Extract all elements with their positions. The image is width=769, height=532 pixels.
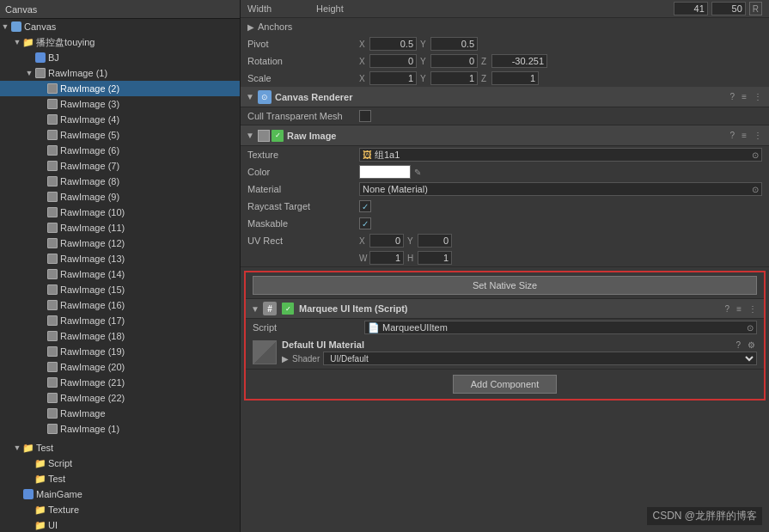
marquee-check[interactable]: ✓ [282, 303, 294, 315]
texture-row: Texture 🖼 组1a1 ⊙ [241, 146, 769, 163]
tree-item-label: RawImage (2) [60, 83, 119, 94]
marquee-settings[interactable]: ≡ [735, 304, 743, 314]
uvrect-x-input[interactable] [369, 234, 404, 248]
tree-item[interactable]: RawImage (10) [0, 205, 240, 220]
canvas-renderer-header[interactable]: ▼ ⊙ Canvas Renderer ? ≡ ⋮ [241, 87, 769, 107]
tree-expand-arrow[interactable]: ▼ [0, 22, 10, 31]
tree-item[interactable]: ▼Canvas [0, 19, 240, 34]
tree-item[interactable]: RawImage [0, 406, 240, 421]
tree-expand-arrow[interactable]: ▼ [12, 443, 22, 452]
tree-item[interactable]: RawImage (7) [0, 158, 240, 174]
tree-expand-arrow[interactable]: ▼ [24, 69, 34, 77]
tree-item[interactable]: ▼📁播控盘touying [0, 34, 240, 50]
tree-item[interactable]: BJ [0, 50, 240, 65]
pivot-y-input[interactable] [430, 37, 478, 51]
tree-item-label: RawImage (16) [60, 300, 125, 310]
tree-item-label: RawImage (8) [60, 176, 119, 187]
hierarchy-panel[interactable]: Canvas ▼Canvas▼📁播控盘touyingBJ▼RawImage (1… [0, 0, 241, 532]
tree-item[interactable]: RawImage (6) [0, 143, 240, 158]
rotation-x-input[interactable] [369, 54, 417, 68]
raw-image-settings[interactable]: ≡ [740, 131, 748, 140]
tree-expand-arrow[interactable]: ▼ [12, 38, 22, 46]
tree-item[interactable]: RawImage (17) [0, 313, 240, 328]
shader-dropdown[interactable]: UI/Default [323, 352, 757, 365]
maskable-checkbox[interactable] [359, 217, 371, 229]
scale-x-field: X [359, 71, 417, 85]
tree-item[interactable]: RawImage (20) [0, 359, 240, 375]
tree-item-label: Script [48, 458, 72, 468]
set-native-size-button[interactable]: Set Native Size [253, 276, 757, 295]
rotation-z-input[interactable] [491, 54, 547, 68]
tree-item-label: BJ [48, 52, 59, 63]
uvrect-h-input[interactable] [418, 251, 452, 265]
tree-item[interactable]: RawImage (19) [0, 344, 240, 359]
canvas-renderer-help[interactable]: ? [729, 92, 737, 101]
pivot-x-input[interactable] [369, 37, 417, 51]
material-gear[interactable]: ⚙ [746, 340, 757, 350]
color-swatch[interactable] [359, 165, 411, 179]
watermark: CSDN @龙胖胖的博客 [647, 507, 762, 525]
tree-item[interactable]: RawImage (1) [0, 421, 240, 437]
raw-image-enabled-check[interactable]: ✓ [272, 130, 284, 142]
scale-z-input[interactable] [491, 71, 539, 85]
canvas-renderer-settings[interactable]: ≡ [740, 92, 748, 101]
tree-item[interactable]: RawImage (4) [0, 112, 240, 127]
tree-item[interactable]: RawImage (5) [0, 127, 240, 143]
tree-item[interactable]: RawImage (14) [0, 266, 240, 282]
raycast-checkbox[interactable] [359, 200, 371, 212]
tree-item[interactable]: RawImage (15) [0, 282, 240, 297]
script-field[interactable]: 📄 MarqueeUIItem ⊙ [364, 321, 757, 334]
tree-item-label: RawImage (9) [60, 192, 119, 202]
marquee-menu[interactable]: ⋮ [747, 304, 759, 314]
tree-item[interactable]: RawImage (8) [0, 174, 240, 189]
scale-z-label: Z [481, 74, 490, 83]
shader-expand[interactable]: ▶ [282, 354, 289, 364]
tree-item[interactable]: RawImage (9) [0, 189, 240, 205]
width-input[interactable] [674, 2, 708, 15]
raw-image-help[interactable]: ? [729, 131, 737, 140]
tree-item[interactable]: RawImage (11) [0, 220, 240, 235]
tree-item[interactable]: RawImage (18) [0, 328, 240, 344]
tree-item[interactable]: MainGame [0, 486, 240, 502]
raw-image-header[interactable]: ▼ ✓ Raw Image ? ≡ ⋮ [241, 125, 769, 146]
tree-item[interactable]: ▼📁Test [0, 440, 240, 456]
material-help[interactable]: ? [734, 340, 742, 350]
scale-label: Scale [247, 73, 359, 83]
scale-x-input[interactable] [369, 71, 417, 85]
add-component-button[interactable]: Add Component [453, 375, 558, 394]
uvrect-y-input[interactable] [418, 234, 452, 248]
cull-checkbox[interactable] [359, 110, 371, 122]
tree-item[interactable]: RawImage (21) [0, 375, 240, 390]
tree-item[interactable]: RawImage (12) [0, 235, 240, 251]
rotation-y-input[interactable] [430, 54, 478, 68]
tree-item[interactable]: 📁UI [0, 517, 240, 532]
script-select-btn[interactable]: ⊙ [747, 323, 754, 333]
material-thumbnail[interactable] [253, 340, 277, 364]
tree-item[interactable]: 📁Texture [0, 502, 240, 517]
material-select-btn[interactable]: ⊙ [752, 185, 759, 194]
anchors-row[interactable]: ▶ Anchors [241, 18, 769, 35]
uvrect-w-input[interactable] [369, 251, 404, 265]
tree-item[interactable]: RawImage (16) [0, 297, 240, 313]
canvas-renderer-menu[interactable]: ⋮ [752, 92, 764, 101]
tree-item[interactable]: RawImage (3) [0, 96, 240, 112]
constrain-btn[interactable]: R [749, 2, 762, 15]
raycast-row: Raycast Target [241, 198, 769, 215]
scale-y-input[interactable] [430, 71, 478, 85]
marquee-header[interactable]: ▼ # ✓ Marquee UI Item (Script) ? ≡ ⋮ [246, 298, 764, 319]
tree-item-label: UI [48, 520, 58, 530]
tree-item[interactable]: ▼RawImage (1) [0, 65, 240, 81]
texture-field[interactable]: 🖼 组1a1 ⊙ [359, 148, 762, 162]
texture-select-btn[interactable]: ⊙ [752, 150, 759, 160]
tree-item[interactable]: RawImage (2) [0, 81, 240, 96]
raw-image-menu[interactable]: ⋮ [752, 131, 764, 140]
tree-item[interactable]: RawImage (22) [0, 390, 240, 406]
maskable-label: Maskable [247, 218, 359, 229]
tree-item[interactable]: 📁Test [0, 471, 240, 486]
tree-item[interactable]: RawImage (13) [0, 251, 240, 266]
color-picker-btn[interactable]: ✎ [414, 168, 421, 177]
material-field[interactable]: None (Material) ⊙ [359, 182, 762, 196]
marquee-help[interactable]: ? [723, 304, 732, 314]
height-input[interactable] [711, 2, 746, 15]
tree-item[interactable]: 📁Script [0, 456, 240, 471]
